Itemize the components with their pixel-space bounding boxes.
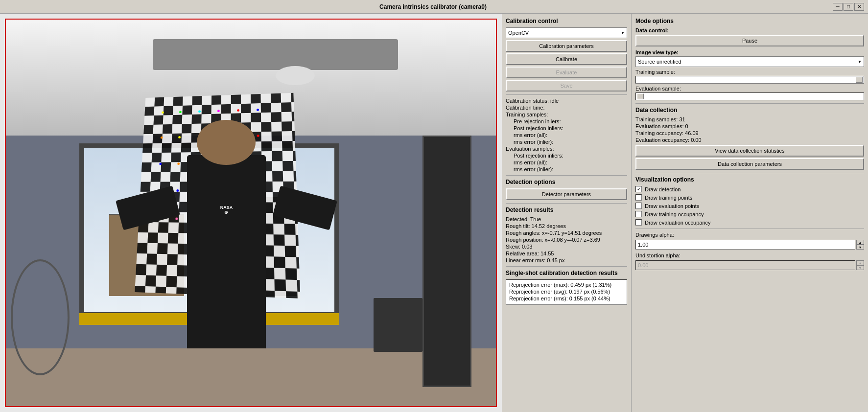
draw-evaluation-occ-label: Draw evaluation occupancy xyxy=(645,220,711,226)
visualization-options-title: Visualization options xyxy=(635,176,864,183)
rms-inlier: rms error (inlier): xyxy=(506,139,627,145)
draw-detection-label: Draw detection xyxy=(645,186,680,192)
drawings-alpha-input[interactable]: 1.00 xyxy=(635,240,855,250)
drawings-alpha-spinbox-buttons: ▲ ▼ xyxy=(856,240,864,250)
evaluation-occupancy-val: Evaluation occupancy: 0.00 xyxy=(635,137,864,143)
skew: Skew: 0.03 xyxy=(506,244,627,250)
minimize-button[interactable]: ─ xyxy=(833,3,843,11)
evaluation-samples-val: Evaluation samples: 0 xyxy=(635,123,864,129)
training-occupancy-val: Training occupancy: 46.09 xyxy=(635,130,864,136)
draw-evaluation-label: Draw evaluation points xyxy=(645,203,699,209)
drawings-alpha-down[interactable]: ▼ xyxy=(856,245,864,250)
pre-rejection: Pre rejection inliers: xyxy=(506,118,627,124)
drawings-alpha-label: Drawings alpha: xyxy=(635,232,674,238)
window-title: Camera intrinsics calibrator (camera0) xyxy=(33,3,833,10)
dropdown-arrow-icon: ▼ xyxy=(621,31,625,35)
calibration-time: Calibration time: xyxy=(506,105,627,111)
evaluation-sample-slider-container xyxy=(635,92,864,100)
camera-panel: NASA⊕ xyxy=(0,14,502,412)
drawings-alpha-row: Drawings alpha: xyxy=(635,232,864,238)
draw-evaluation-row: Draw evaluation points xyxy=(635,203,864,209)
post-rejection: Post rejection inliers: xyxy=(506,125,627,131)
detection-options-title: Detection options xyxy=(506,179,627,185)
main-content: NASA⊕ Calibration control xyxy=(0,14,868,412)
draw-training-checkbox[interactable] xyxy=(635,194,642,201)
rough-tilt: Rough tilt: 14.52 degrees xyxy=(506,223,627,229)
eval-post-rejection: Post rejection inliers: xyxy=(506,153,627,159)
reprojection-avg: Reprojection error (avg): 0.197 px (0.56… xyxy=(509,289,624,295)
reprojection-rms: Reprojection error (rms): 0.155 px (0.44… xyxy=(509,296,624,301)
data-collection-params-button[interactable]: Data collection parameters xyxy=(635,158,864,170)
calibration-status: Calibration status: idle xyxy=(506,98,627,104)
camera-view: NASA⊕ xyxy=(5,19,497,407)
undistortion-alpha-control: 0.00 ▲ ▼ xyxy=(635,260,864,270)
detection-results-title: Detection results xyxy=(506,206,627,213)
reprojection-max: Reprojection error (max): 0.459 px (1.31… xyxy=(509,282,624,288)
draw-evaluation-checkbox[interactable] xyxy=(635,203,642,209)
linear-error: Linear error rms: 0.45 px xyxy=(506,257,627,263)
save-button[interactable]: Save xyxy=(506,80,627,92)
opencv-select[interactable]: OpenCV ▼ xyxy=(506,27,627,38)
maximize-button[interactable]: □ xyxy=(844,3,853,11)
data-collection-title: Data collection xyxy=(635,107,864,114)
close-button[interactable]: ✕ xyxy=(854,3,864,11)
training-sample-label: Training sample: xyxy=(635,69,864,75)
draw-training-occ-label: Draw training occupancy xyxy=(645,211,704,217)
draw-detection-row: Draw detection xyxy=(635,186,864,192)
eval-samples-header: Evaluation samples: xyxy=(506,146,627,152)
mode-options-title: Mode options xyxy=(635,18,864,24)
reprojection-box: Reprojection error (max): 0.459 px (1.31… xyxy=(506,279,627,305)
undistortion-alpha-input[interactable]: 0.00 xyxy=(635,260,855,270)
draw-evaluation-occ-checkbox[interactable] xyxy=(635,219,642,226)
eval-rms-all: rms error (all): xyxy=(506,160,627,165)
training-sample-slider[interactable] xyxy=(635,76,864,84)
calibration-section: Calibration control OpenCV ▼ Calibration… xyxy=(502,14,632,412)
training-samples-header: Training samples: xyxy=(506,112,627,117)
undistortion-alpha-down[interactable]: ▼ xyxy=(856,265,864,270)
draw-training-occ-checkbox[interactable] xyxy=(635,211,642,217)
detector-params-button[interactable]: Detector parameters xyxy=(506,188,627,200)
drawings-alpha-control: 1.00 ▲ ▼ xyxy=(635,240,864,250)
camera-image: NASA⊕ xyxy=(6,20,496,406)
detected-status: Detected: True xyxy=(506,216,627,222)
image-view-arrow-icon: ▼ xyxy=(858,60,862,64)
evaluation-sample-slider[interactable] xyxy=(635,92,864,100)
rough-angles: Rough angles: x=-0.71 y=14.51 degrees xyxy=(506,230,627,236)
relative-area: Relative area: 14.55 xyxy=(506,251,627,256)
evaluate-button[interactable]: Evaluate xyxy=(506,67,627,78)
draw-detection-checkbox[interactable] xyxy=(635,186,642,192)
draw-training-label: Draw training points xyxy=(645,195,692,201)
undistortion-alpha-spinbox-buttons: ▲ ▼ xyxy=(856,260,864,270)
rms-all: rms error (all): xyxy=(506,132,627,138)
undistortion-alpha-up[interactable]: ▲ xyxy=(856,260,864,265)
training-samples-val: Training samples: 31 xyxy=(635,116,864,122)
calibration-control-title: Calibration control xyxy=(506,18,627,24)
undistortion-alpha-label: Undistortion alpha: xyxy=(635,252,680,258)
image-view-label: Image view type: xyxy=(635,49,864,55)
rough-position: Rough position: x=-0.08 y=-0.07 z=3.69 xyxy=(506,237,627,243)
draw-training-occ-row: Draw training occupancy xyxy=(635,211,864,217)
right-panel: Calibration control OpenCV ▼ Calibration… xyxy=(502,14,868,412)
draw-evaluation-occ-row: Draw evaluation occupancy xyxy=(635,219,864,226)
image-view-select[interactable]: Source unrectified ▼ xyxy=(635,56,864,67)
pause-button[interactable]: Pause xyxy=(635,35,864,46)
single-shot-title: Single-shot calibration detection result… xyxy=(506,270,627,276)
mode-section: Mode options Data control: Pause Image v… xyxy=(632,14,868,412)
cam-light xyxy=(276,66,315,86)
drawings-alpha-up[interactable]: ▲ xyxy=(856,240,864,245)
eval-rms-inlier: rms error (inlier): xyxy=(506,166,627,172)
cam-duct xyxy=(153,39,398,70)
training-sample-slider-container xyxy=(635,76,864,84)
undistortion-alpha-row: Undistortion alpha: xyxy=(635,252,864,258)
calibration-params-button[interactable]: Calibration parameters xyxy=(506,40,627,52)
calibrate-button[interactable]: Calibrate xyxy=(506,53,627,65)
draw-training-row: Draw training points xyxy=(635,194,864,201)
titlebar: Camera intrinsics calibrator (camera0) ─… xyxy=(0,0,868,14)
data-control-label: Data control: xyxy=(635,27,864,33)
evaluation-sample-label: Evaluation sample: xyxy=(635,86,864,92)
view-stats-button[interactable]: View data collection statistics xyxy=(635,145,864,157)
nasa-text: NASA⊕ xyxy=(192,205,260,215)
window-controls: ─ □ ✕ xyxy=(833,3,864,11)
